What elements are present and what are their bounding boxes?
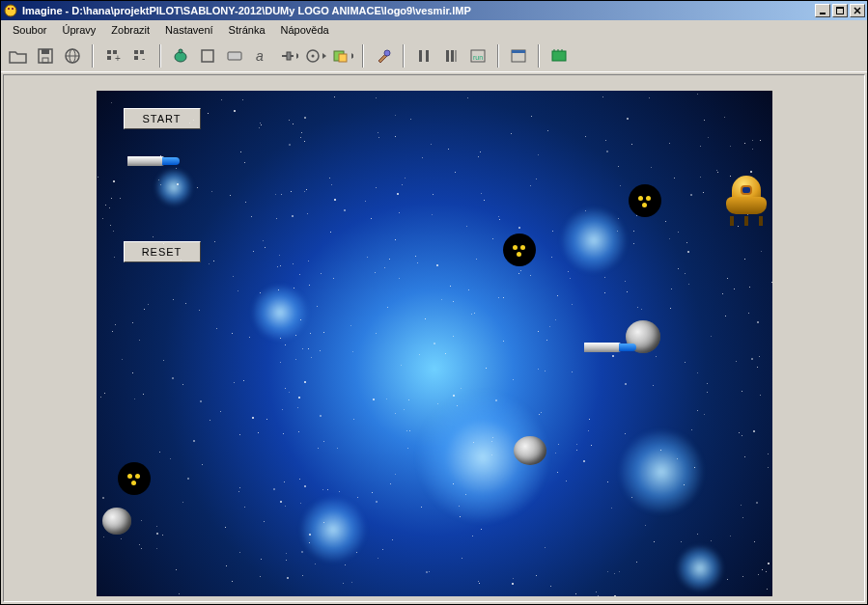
media-icon[interactable] (304, 44, 327, 68)
shuttle[interactable] (584, 341, 636, 354)
star (620, 185, 621, 186)
star (625, 433, 626, 434)
star (300, 503, 301, 504)
star (298, 397, 300, 399)
star (163, 243, 164, 244)
star (618, 218, 619, 219)
menu-nastaveni[interactable]: Nastavení (157, 22, 221, 38)
step-icon[interactable] (439, 44, 462, 68)
star (604, 292, 605, 293)
star (309, 542, 310, 543)
enemy-blob[interactable] (118, 462, 151, 495)
paint-icon[interactable] (372, 44, 395, 68)
grid-add-icon[interactable]: + (101, 44, 125, 68)
star (476, 259, 477, 260)
star (768, 467, 769, 468)
pause-icon[interactable] (412, 44, 435, 68)
star (156, 533, 158, 535)
star (242, 99, 243, 100)
slider-icon[interactable] (277, 44, 300, 68)
turtle-icon[interactable] (169, 44, 192, 68)
star (376, 333, 377, 334)
star (350, 325, 351, 326)
svg-text:-: - (142, 53, 145, 64)
star (102, 218, 103, 219)
web-icon[interactable] (61, 44, 84, 68)
star (651, 167, 652, 168)
star (353, 419, 354, 420)
lander[interactable] (724, 176, 769, 222)
menu-soubor[interactable]: Soubor (5, 22, 54, 38)
star (239, 434, 240, 435)
star (645, 525, 646, 526)
start-button[interactable]: START (124, 108, 201, 129)
menubar: Soubor Úpravy Zobrazit Nastavení Stránka… (1, 20, 867, 40)
star (210, 420, 210, 421)
close-button[interactable] (850, 4, 865, 17)
star (700, 146, 701, 147)
star (220, 411, 221, 412)
canvas[interactable]: START RESET (97, 91, 772, 596)
star (211, 191, 212, 192)
window-icon[interactable] (507, 44, 530, 68)
star (249, 337, 250, 338)
star (665, 221, 666, 222)
memory-icon[interactable] (547, 44, 571, 68)
minimize-button[interactable] (815, 4, 830, 17)
asteroid[interactable] (102, 508, 131, 535)
star (327, 489, 328, 490)
star (239, 487, 240, 488)
asteroid[interactable] (514, 436, 546, 465)
star (585, 210, 586, 211)
star (307, 213, 308, 214)
menu-napoveda[interactable]: Nápověda (273, 22, 337, 38)
star (298, 431, 299, 432)
star (304, 117, 306, 119)
new-page-icon[interactable] (196, 44, 219, 68)
star (481, 529, 482, 530)
star (503, 341, 504, 342)
shuttle[interactable] (127, 154, 180, 168)
star (406, 430, 407, 431)
star (280, 362, 281, 363)
star (429, 571, 430, 572)
star (399, 212, 400, 213)
star (478, 581, 479, 582)
svg-point-23 (179, 49, 182, 53)
menu-zobrazit[interactable]: Zobrazit (103, 22, 157, 38)
button-icon[interactable] (223, 44, 246, 68)
maximize-button[interactable] (832, 4, 848, 17)
star (156, 548, 157, 549)
star (536, 179, 537, 179)
star (588, 430, 589, 431)
star (238, 491, 239, 492)
star (744, 143, 745, 144)
star (122, 359, 123, 360)
star (102, 497, 104, 499)
star (376, 187, 377, 188)
star (455, 172, 456, 173)
save-icon[interactable] (34, 44, 57, 68)
star (407, 448, 408, 449)
star (767, 589, 768, 590)
enemy-blob[interactable] (503, 234, 536, 266)
text-icon[interactable]: a (250, 44, 273, 68)
menu-stranka[interactable]: Stránka (221, 22, 273, 38)
star (382, 549, 383, 550)
enemy-blob[interactable] (629, 184, 661, 217)
star (156, 526, 157, 527)
star (441, 299, 442, 300)
star (209, 263, 210, 264)
titlebar[interactable]: Imagine - D:\hana\projektPILOT\SABLONY-2… (1, 1, 867, 20)
grid-remove-icon[interactable]: - (128, 44, 152, 68)
svg-text:run: run (473, 54, 483, 61)
menu-upravy[interactable]: Úpravy (54, 22, 103, 38)
run-icon[interactable]: run (466, 44, 490, 68)
objects-icon[interactable] (331, 44, 354, 68)
star (141, 548, 142, 549)
star (309, 534, 311, 536)
star (768, 454, 769, 454)
open-icon[interactable] (7, 44, 30, 68)
reset-button[interactable]: RESET (124, 241, 201, 262)
app-icon (3, 3, 18, 18)
